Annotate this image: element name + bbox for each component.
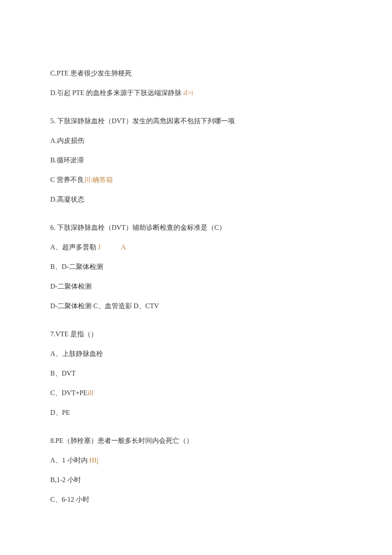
q5-option-b: B.循环淤滞	[50, 155, 345, 165]
option-text: D-二聚体检测 C、血管造影 D、CTV	[50, 302, 159, 309]
option-text: D、PE	[50, 409, 70, 416]
q5-option-c: C 营养不良川:确答箱	[50, 175, 345, 185]
option-label: D.	[50, 196, 57, 203]
q7-option-b: B、DVT	[50, 368, 345, 379]
option-text: B、DVT	[50, 370, 76, 377]
spacer	[50, 214, 345, 223]
option-label: A.	[50, 137, 57, 144]
q5-option-d: D.高凝状态	[50, 194, 345, 205]
option-label: C	[50, 176, 55, 183]
option-text: C、DVT+PE	[50, 389, 87, 396]
option-text: C、6-12 小时	[50, 496, 89, 503]
option-text: PTE 患者很少发生肺梗死	[57, 69, 132, 77]
answer-mark: 川:确答箱	[84, 176, 113, 183]
option-text: B、D-二聚体检测	[50, 263, 103, 270]
spacer	[50, 321, 345, 329]
answer-mark: ıI>i	[182, 89, 193, 96]
option-text: 循环淤滞	[57, 156, 84, 164]
spacer-text	[101, 243, 121, 251]
q8-stem: 8.PE（肺栓塞）患者一般多长时间内会死亡（）	[50, 436, 345, 446]
answer-mark: A	[121, 243, 126, 251]
q7-option-c: C、DVT+PEilI	[50, 388, 345, 398]
q7-option-d: D、PE	[50, 408, 345, 418]
q6-line-4: D-二聚体检测 C、血管造影 D、CTV	[50, 301, 345, 311]
question-text: 5. 下肢深静脉血栓（DVT）发生的高危因素不包括下列哪一项	[50, 117, 235, 124]
question-text: 7.VTE 是指（）	[50, 330, 98, 338]
document-page: C.PTE 患者很少发生肺梗死 D.引起 PTE 的血栓多来源于下肢远端深静脉 …	[0, 0, 392, 548]
q5-option-a: A.内皮损伤	[50, 136, 345, 146]
spacer	[50, 107, 345, 116]
q5-stem: 5. 下肢深静脉血栓（DVT）发生的高危因素不包括下列哪一项	[50, 116, 345, 126]
q7-stem: 7.VTE 是指（）	[50, 329, 345, 339]
q8-option-b: B,1-2 小时	[50, 475, 345, 485]
option-text: D-二聚体检测	[50, 283, 92, 290]
q7-option-a: A、上肢静脉血栓	[50, 349, 345, 359]
option-text: 营养不良	[55, 176, 84, 183]
option-text: A、1 小时内	[50, 457, 88, 464]
option-text: A、上肢静脉血栓	[50, 350, 103, 357]
option-label: B.	[50, 156, 57, 164]
option-label: D.	[50, 89, 57, 96]
option-text: 引起 PTE 的血栓多来源于下肢远端深静脉	[57, 89, 182, 96]
q6-line-3: D-二聚体检测	[50, 281, 345, 292]
q8-option-a: A、1 小时内 HIj	[50, 455, 345, 465]
option-text: 内皮损伤	[57, 137, 84, 144]
option-text: B,1-2 小时	[50, 476, 81, 483]
question-text: 8.PE（肺栓塞）患者一般多长时间内会死亡（）	[50, 437, 193, 444]
q4-option-d: D.引起 PTE 的血栓多来源于下肢远端深静脉 ıI>i	[50, 88, 345, 98]
q8-option-c: C、6-12 小时	[50, 494, 345, 505]
option-label: C.	[50, 69, 57, 77]
answer-mark: J	[96, 243, 101, 251]
q6-stem: 6. 下肢深静脉血栓（DVT）辅助诊断检查的金标准是（C）	[50, 223, 345, 233]
q6-option-b: B、D-二聚体检测	[50, 262, 345, 272]
answer-mark: HIj	[88, 457, 98, 464]
option-text: A、超声多普勒	[50, 243, 96, 251]
option-text: 高凝状态	[57, 196, 84, 203]
q4-option-c: C.PTE 患者很少发生肺梗死	[50, 68, 345, 78]
question-text: 6. 下肢深静脉血栓（DVT）辅助诊断检查的金标准是（C）	[50, 224, 226, 231]
q6-option-a: A、超声多普勒 J A	[50, 242, 345, 252]
answer-mark: ilI	[87, 389, 93, 396]
spacer	[50, 427, 345, 436]
